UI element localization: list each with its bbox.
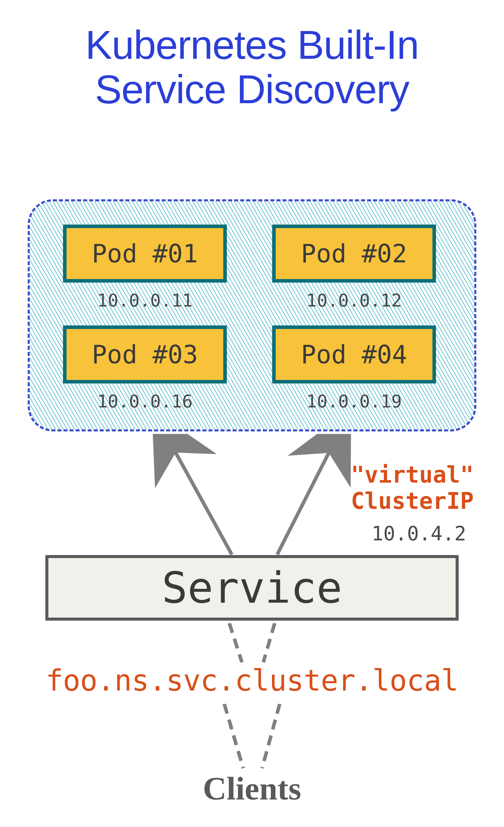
svg-line-5 <box>262 704 280 768</box>
svg-line-1 <box>277 440 335 554</box>
clients-label: Clients <box>0 770 504 807</box>
service-box: Service <box>45 555 459 621</box>
svg-line-4 <box>224 704 243 768</box>
dns-to-clients-lines <box>202 704 302 770</box>
service-label: Service <box>162 563 342 613</box>
pod-04-ip: 10.0.0.19 <box>272 391 436 412</box>
pod-02-ip: 10.0.0.12 <box>272 290 436 311</box>
svg-line-2 <box>229 623 242 662</box>
title-line-2: Service Discovery <box>95 66 409 112</box>
cluster-ip-label: "virtual" ClusterIP <box>351 462 474 514</box>
cluster-ip-label-line2: ClusterIP <box>351 488 474 514</box>
cluster-ip-label-line1: "virtual" <box>351 461 474 488</box>
cluster-ip-value: 10.0.4.2 <box>372 522 466 545</box>
service-to-pods-arrows <box>126 434 378 557</box>
pod-04-label: Pod #04 <box>301 340 407 369</box>
svg-line-0 <box>169 440 232 554</box>
pod-03-box: Pod #03 <box>63 326 227 384</box>
pod-01-ip: 10.0.0.11 <box>63 290 227 311</box>
pod-01-box: Pod #01 <box>63 225 227 283</box>
pod-04-box: Pod #04 <box>272 326 436 384</box>
svg-line-3 <box>263 623 275 662</box>
pod-03-label: Pod #03 <box>92 340 198 369</box>
pod-02-box: Pod #02 <box>272 225 436 283</box>
pod-03-ip: 10.0.0.16 <box>63 391 227 412</box>
dns-name: foo.ns.svc.cluster.local <box>0 664 504 697</box>
diagram-title: Kubernetes Built-In Service Discovery <box>0 23 504 111</box>
service-to-dns-lines <box>202 623 302 666</box>
title-line-1: Kubernetes Built-In <box>86 22 419 67</box>
pod-02-label: Pod #02 <box>301 239 407 269</box>
pod-01-label: Pod #01 <box>92 239 198 269</box>
